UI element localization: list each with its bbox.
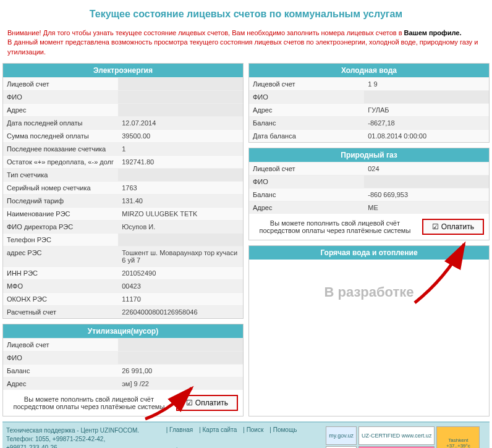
value: ГУЛАБ [364, 104, 489, 116]
panel-hotwater-header: Горячая вода и отопление [249, 246, 489, 260]
label: МФО [3, 280, 118, 292]
label: ФИО директора РЭС [3, 221, 118, 233]
badge-mygov[interactable]: my.gov.uz [326, 426, 357, 445]
label: Дата последней оплаты [3, 117, 118, 129]
label: Лицевой счет [3, 339, 118, 351]
value: 22604000800126958046 [118, 306, 243, 318]
value: 26 991,00 [118, 365, 243, 377]
pay-text-gas: Вы можете пополнить свой лицевой счёт по… [254, 219, 416, 234]
value: 11170 [118, 293, 243, 305]
panel-util-header: Утилизация(мусор) [3, 324, 243, 338]
notice-banner: Внимание! Для того чтобы узнать текущее … [2, 26, 490, 63]
label: Последнее показание счетчика [3, 143, 118, 155]
value: -8627,18 [364, 117, 489, 129]
notice-text-1: Внимание! Для того чтобы узнать текущее … [7, 29, 404, 36]
value: 39500.00 [118, 130, 243, 142]
page-title: Текущее состояние лицевых счетов по комм… [2, 2, 490, 26]
value: МE [364, 201, 489, 214]
label: Баланс [249, 188, 364, 201]
label: Адрес [3, 104, 118, 116]
value [364, 91, 489, 103]
footer-link[interactable]: Карта сайта [199, 426, 237, 445]
value [118, 78, 243, 90]
value: 192741.80 [118, 156, 243, 168]
value: 12.07.2014 [118, 117, 243, 129]
label: Баланс [3, 365, 118, 377]
panel-coldwater: Холодная вода Лицевой счет1 9 ФИО АдресГ… [248, 63, 490, 143]
panel-gas-header: Природный газ [249, 148, 489, 162]
pay-text-util: Вы можете пополнить свой лицевой счёт по… [8, 395, 170, 410]
notice-text-2: В данный момент представлена возможность… [7, 38, 478, 55]
value: MIRZO ULUGBEK TETK [118, 208, 243, 220]
value [118, 91, 243, 103]
value [364, 175, 489, 188]
panel-electro-header: Электроэнергия [3, 64, 243, 77]
footer-link[interactable]: Поиск [243, 426, 263, 445]
label: Остаток «+» предоплата, «-» долг [3, 156, 118, 168]
value: Юсупов И. [118, 221, 243, 233]
footer-support: Техническая поддержка - Центр UZINFOCOM.… [6, 426, 166, 448]
panel-electro: Электроэнергия Лицевой счет ФИО Адрес Да… [2, 63, 244, 319]
value: -860 669,953 [364, 188, 489, 201]
label: ИНН РЭС [3, 267, 118, 279]
badge-weather[interactable]: Tashkent +37..+39°c Вст:5-8 — 07:08 [436, 426, 480, 448]
value [118, 104, 243, 116]
label: Тип счетчика [3, 169, 118, 181]
value [118, 339, 243, 351]
footer-link[interactable]: Главная [166, 426, 193, 445]
label: ФИО [249, 91, 364, 103]
label: Адрес [249, 201, 364, 214]
label: Адрес [249, 104, 364, 116]
value: 1 [118, 143, 243, 155]
label: Адрес [3, 378, 118, 390]
value [118, 169, 243, 181]
panel-hotwater: Горячая вода и отопление В разработке [248, 245, 490, 416]
label: ОКОНХ РЭС [3, 293, 118, 305]
value [118, 352, 243, 364]
label: ФИО [249, 175, 364, 188]
in-development-text: В разработке [249, 260, 489, 325]
label: Лицевой счет [3, 78, 118, 90]
label: ФИО [3, 352, 118, 364]
pay-button-util[interactable]: Оплатить [176, 395, 238, 411]
panel-gas: Природный газ Лицевой счет024 ФИО Баланс… [248, 148, 490, 240]
value: эм] 9 /22 [118, 378, 243, 390]
label: Последний тариф [3, 195, 118, 207]
value: 024 [364, 163, 489, 175]
footer: Техническая поддержка - Центр UZINFOCOM.… [2, 421, 490, 448]
pay-button-gas[interactable]: Оплатить [422, 219, 484, 235]
label: Баланс [249, 117, 364, 129]
footer-links: Главная Карта сайта Поиск Помощь Обратна… [166, 426, 326, 448]
panel-coldwater-header: Холодная вода [249, 64, 489, 77]
value: 00423 [118, 280, 243, 292]
footer-link[interactable]: Помощь [269, 426, 297, 445]
value [118, 234, 243, 246]
label: Лицевой счет [249, 78, 364, 90]
value: 01.08.2014 0:00:00 [364, 130, 489, 142]
value: 1763 [118, 182, 243, 194]
footer-badges: my.gov.uz 98 185 UZ-CERTIFIED www.cert.u… [326, 426, 486, 448]
value: 1 9 [364, 78, 489, 90]
panel-util: Утилизация(мусор) Лицевой счет ФИО Балан… [2, 324, 244, 416]
label: Лицевой счет [249, 163, 364, 175]
label: Сумма последней оплаты [3, 130, 118, 142]
value: 201052490 [118, 267, 243, 279]
label: Дата баланса [249, 130, 364, 142]
value: Тошкент ш. Мовараунахр тор кучаси 6 уй 7 [118, 247, 243, 266]
label: ФИО [3, 91, 118, 103]
value: 131.40 [118, 195, 243, 207]
badge-cert[interactable]: UZ-CERTIFIED www.cert.uz [358, 426, 435, 445]
label: Наименование РЭС [3, 208, 118, 220]
label: Телефон РЭС [3, 234, 118, 246]
label: Расчетный счет [3, 306, 118, 318]
label: адрес РЭС [3, 247, 118, 266]
notice-bold: Вашем профиле. [404, 29, 462, 36]
label: Серийный номер счетчика [3, 182, 118, 194]
